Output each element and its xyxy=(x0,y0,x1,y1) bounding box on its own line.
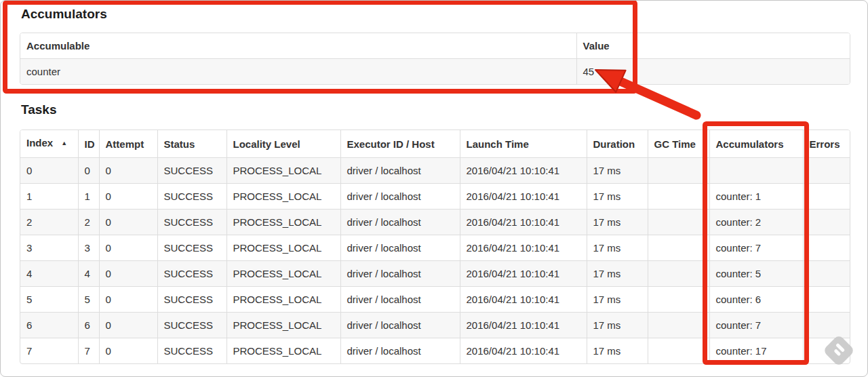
sort-ascending-icon: ▲ xyxy=(61,140,67,146)
task-cell-launch_time: 2016/04/21 10:10:41 xyxy=(460,287,587,313)
task-cell-accumulators: counter: 6 xyxy=(709,287,803,313)
task-cell-duration: 17 ms xyxy=(587,338,648,364)
task-cell-index: 6 xyxy=(20,313,78,338)
accumulators-summary-table: AccumulableValue counter45 xyxy=(20,33,850,85)
column-header-errors[interactable]: Errors xyxy=(803,130,850,158)
column-header-launch_time[interactable]: Launch Time xyxy=(460,130,587,158)
task-cell-locality_level: PROCESS_LOCAL xyxy=(226,184,340,210)
task-cell-id: 7 xyxy=(78,338,99,364)
task-cell-gc_time xyxy=(648,235,709,261)
task-cell-executor_id_host: driver / localhost xyxy=(340,313,460,338)
task-cell-status: SUCCESS xyxy=(157,210,226,235)
task-cell-locality_level: PROCESS_LOCAL xyxy=(226,261,340,287)
task-cell-index: 4 xyxy=(20,261,78,287)
task-cell-duration: 17 ms xyxy=(587,261,648,287)
task-cell-id: 3 xyxy=(78,235,99,261)
task-cell-executor_id_host: driver / localhost xyxy=(340,158,460,184)
task-cell-launch_time: 2016/04/21 10:10:41 xyxy=(460,235,587,261)
task-cell-attempt: 0 xyxy=(99,338,157,364)
column-header-attempt[interactable]: Attempt xyxy=(99,130,157,158)
task-row: 000SUCCESSPROCESS_LOCALdriver / localhos… xyxy=(20,158,850,184)
task-cell-status: SUCCESS xyxy=(157,313,226,338)
accumulator-cell-value: 45 xyxy=(576,59,850,85)
task-cell-gc_time xyxy=(648,313,709,338)
task-cell-status: SUCCESS xyxy=(157,261,226,287)
task-cell-duration: 17 ms xyxy=(587,158,648,184)
task-cell-attempt: 0 xyxy=(99,158,157,184)
task-cell-id: 6 xyxy=(78,313,99,338)
column-header-gc_time[interactable]: GC Time xyxy=(648,130,709,158)
task-row: 330SUCCESSPROCESS_LOCALdriver / localhos… xyxy=(20,235,850,261)
task-cell-status: SUCCESS xyxy=(157,235,226,261)
task-cell-launch_time: 2016/04/21 10:10:41 xyxy=(460,158,587,184)
task-cell-duration: 17 ms xyxy=(587,210,648,235)
task-cell-accumulators: counter: 17 xyxy=(709,338,803,364)
task-cell-status: SUCCESS xyxy=(157,338,226,364)
task-cell-launch_time: 2016/04/21 10:10:41 xyxy=(460,261,587,287)
accumulators-section-heading: Accumulators xyxy=(21,7,107,22)
task-row: 440SUCCESSPROCESS_LOCALdriver / localhos… xyxy=(20,261,850,287)
column-header-accumulable: Accumulable xyxy=(20,33,576,59)
task-cell-gc_time xyxy=(648,287,709,313)
task-cell-id: 0 xyxy=(78,158,99,184)
task-cell-attempt: 0 xyxy=(99,287,157,313)
task-cell-errors xyxy=(803,184,850,210)
task-cell-attempt: 0 xyxy=(99,210,157,235)
task-cell-errors xyxy=(803,261,850,287)
task-cell-attempt: 0 xyxy=(99,313,157,338)
task-cell-locality_level: PROCESS_LOCAL xyxy=(226,338,340,364)
column-header-index[interactable]: Index▲ xyxy=(20,130,78,158)
task-cell-accumulators: counter: 7 xyxy=(709,313,803,338)
task-row: 770SUCCESSPROCESS_LOCALdriver / localhos… xyxy=(20,338,850,364)
screenshot-frame: Accumulators AccumulableValue counter45 … xyxy=(0,0,868,377)
task-cell-duration: 17 ms xyxy=(587,184,648,210)
task-cell-executor_id_host: driver / localhost xyxy=(340,235,460,261)
task-cell-attempt: 0 xyxy=(99,184,157,210)
task-cell-duration: 17 ms xyxy=(587,287,648,313)
task-cell-executor_id_host: driver / localhost xyxy=(340,338,460,364)
task-cell-status: SUCCESS xyxy=(157,184,226,210)
accumulator-cell-accumulable: counter xyxy=(20,59,576,85)
task-cell-accumulators xyxy=(709,158,803,184)
column-header-duration[interactable]: Duration xyxy=(587,130,648,158)
column-header-value: Value xyxy=(576,33,850,59)
task-cell-launch_time: 2016/04/21 10:10:41 xyxy=(460,210,587,235)
task-cell-locality_level: PROCESS_LOCAL xyxy=(226,235,340,261)
task-cell-errors xyxy=(803,158,850,184)
tasks-section-heading: Tasks xyxy=(21,102,56,117)
task-cell-attempt: 0 xyxy=(99,235,157,261)
task-cell-accumulators: counter: 5 xyxy=(709,261,803,287)
task-cell-executor_id_host: driver / localhost xyxy=(340,210,460,235)
task-cell-launch_time: 2016/04/21 10:10:41 xyxy=(460,338,587,364)
task-cell-errors xyxy=(803,313,850,338)
task-cell-locality_level: PROCESS_LOCAL xyxy=(226,287,340,313)
task-row: 550SUCCESSPROCESS_LOCALdriver / localhos… xyxy=(20,287,850,313)
task-cell-executor_id_host: driver / localhost xyxy=(340,184,460,210)
task-cell-locality_level: PROCESS_LOCAL xyxy=(226,158,340,184)
column-header-status[interactable]: Status xyxy=(157,130,226,158)
task-cell-accumulators: counter: 2 xyxy=(709,210,803,235)
column-header-locality_level[interactable]: Locality Level xyxy=(226,130,340,158)
task-cell-status: SUCCESS xyxy=(157,158,226,184)
task-cell-duration: 17 ms xyxy=(587,313,648,338)
task-cell-index: 0 xyxy=(20,158,78,184)
accumulators-table: AccumulableValue counter45 xyxy=(20,33,850,84)
task-row: 110SUCCESSPROCESS_LOCALdriver / localhos… xyxy=(20,184,850,210)
task-cell-gc_time xyxy=(648,158,709,184)
task-cell-errors xyxy=(803,338,850,364)
column-header-accumulators[interactable]: Accumulators xyxy=(709,130,803,158)
task-cell-executor_id_host: driver / localhost xyxy=(340,261,460,287)
column-header-id[interactable]: ID xyxy=(78,130,99,158)
task-cell-index: 7 xyxy=(20,338,78,364)
task-cell-index: 5 xyxy=(20,287,78,313)
task-cell-status: SUCCESS xyxy=(157,287,226,313)
accumulator-row: counter45 xyxy=(20,59,850,85)
task-cell-id: 2 xyxy=(78,210,99,235)
task-cell-locality_level: PROCESS_LOCAL xyxy=(226,313,340,338)
column-header-executor_id_host[interactable]: Executor ID / Host xyxy=(340,130,460,158)
task-cell-id: 5 xyxy=(78,287,99,313)
tasks-data-table: Index▲IDAttemptStatusLocality LevelExecu… xyxy=(20,130,850,363)
task-cell-id: 1 xyxy=(78,184,99,210)
task-row: 660SUCCESSPROCESS_LOCALdriver / localhos… xyxy=(20,313,850,338)
task-cell-launch_time: 2016/04/21 10:10:41 xyxy=(460,313,587,338)
